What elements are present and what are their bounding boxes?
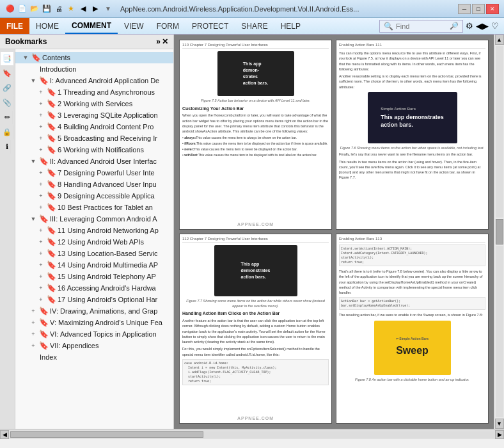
bookmark-icon-ch14: 🔖	[46, 260, 56, 270]
tree-item-ch14[interactable]: + 🔖 14 Using Android Multimedia AP	[15, 259, 173, 271]
right-scrollbar[interactable]: ▲ ▼	[494, 35, 504, 429]
tree-label-ch3: 3 Leveraging SQLite Application	[56, 111, 158, 119]
menu-share[interactable]: SHARE	[235, 19, 274, 33]
dropdown-icon[interactable]: ▼	[102, 5, 114, 12]
expand-contents-icon[interactable]: ▼	[20, 52, 31, 63]
menu-view[interactable]: VIEW	[118, 19, 150, 33]
close-sidebar-icon[interactable]: ✕	[162, 37, 168, 46]
horizontal-scrollbar[interactable]: ◀ ▶	[0, 429, 504, 439]
expand-s6-icon[interactable]: +	[28, 329, 38, 339]
expand-s5-icon[interactable]: +	[28, 317, 38, 328]
nav-next-icon[interactable]: ▶	[482, 21, 489, 31]
bookmark-icon-ch15: 🔖	[46, 271, 56, 282]
scroll-down-button[interactable]: ▼	[495, 419, 504, 429]
tree-item-ch13[interactable]: + 🔖 13 Using Location-Based Servic	[15, 248, 173, 259]
tree-item-section-6[interactable]: + 🔖 VI: Advanced Topics in Application	[15, 328, 173, 340]
menu-form[interactable]: FORM	[150, 19, 185, 33]
menu-bar: FILE HOME COMMENT VIEW FORM PROTECT SHAR…	[0, 18, 504, 35]
title-bar: 🔴 📄 📂 💾 🖨 ★ ◀ ▶ ▼ AppNee.com.Android.Wir…	[0, 0, 504, 18]
sidebar-tab-links[interactable]: 🔗	[1, 81, 14, 95]
window-controls[interactable]: ─ □ ✕	[458, 4, 499, 14]
tree-label-ch2: 2 Working with Services	[56, 100, 132, 108]
tree-item-ch1[interactable]: + 🔖 1 Threading and Asynchronous	[15, 86, 173, 98]
nav-prev-icon[interactable]: ◀	[476, 21, 482, 31]
sidebar-tab-attachments[interactable]: 📎	[1, 96, 14, 109]
tree-item-ch10[interactable]: + 🔖 10 Best Practices for Tablet an	[15, 202, 173, 213]
tree-item-ch2[interactable]: + 🔖 2 Working with Services	[15, 98, 173, 109]
expand-ch10: +	[36, 202, 46, 212]
bookmark-icon-s3: 🔖	[38, 214, 49, 224]
forward-icon[interactable]: ▶	[90, 4, 100, 14]
page-110: 110 Chapter 7 Designing Powerful User In…	[179, 40, 332, 230]
expand-s4-icon[interactable]: +	[28, 306, 38, 316]
search-input[interactable]	[396, 22, 447, 30]
tree-item-ch3[interactable]: + 🔖 3 Leveraging SQLite Application	[15, 109, 173, 121]
scroll-left-button[interactable]: ◀	[0, 430, 9, 439]
tree-item-index[interactable]: Index	[15, 351, 173, 363]
tree-item-section-4[interactable]: + 🔖 IV: Drawing, Animations, and Grap	[15, 305, 173, 317]
page-113-header: Enabling Action Bars 113	[339, 237, 485, 243]
favorite-icon[interactable]: ♡	[491, 21, 499, 31]
expand-s2-icon[interactable]: ▼	[28, 156, 38, 166]
tree-item-section-5[interactable]: + 🔖 V: Maximizing Android's Unique Fea	[15, 317, 173, 328]
open-icon: 📂	[29, 4, 40, 14]
bookmark-icon-ch1: 🔖	[46, 87, 56, 97]
bookmark-icon-s7: 🔖	[38, 340, 49, 351]
scroll-right-button[interactable]: ▶	[495, 430, 504, 439]
tree-label-ch17: 17 Using Android's Optional Har	[56, 296, 157, 303]
page-110-ifRoom: • ifRoom:This value causes the menu item…	[182, 141, 329, 146]
expand-icon[interactable]: »	[156, 37, 161, 46]
expand-s3-icon[interactable]: ▼	[28, 214, 38, 224]
page-112-code: case android.R.id.home: Intent i = new I…	[182, 359, 329, 385]
tree-item-ch12[interactable]: + 🔖 12 Using Android Web APIs	[15, 236, 173, 248]
tree-item-introduction[interactable]: Introduction	[15, 63, 173, 75]
back-icon[interactable]: ◀	[78, 4, 88, 14]
scroll-thumb[interactable]	[496, 219, 503, 244]
settings-icon[interactable]: ⚙	[466, 21, 473, 31]
tree-item-contents[interactable]: ▼ 🔖 Contents	[15, 52, 173, 63]
close-button[interactable]: ✕	[486, 4, 499, 14]
sidebar-tab-bookmarks[interactable]: 📑	[1, 52, 14, 65]
expand-ch4: +	[36, 122, 46, 132]
expand-intro-icon	[28, 64, 38, 74]
menu-file[interactable]: FILE	[0, 18, 29, 34]
page-110-header: 110 Chapter 7 Designing Powerful User In…	[182, 43, 329, 49]
sidebar-title: Bookmarks	[5, 37, 47, 46]
expand-s7-icon[interactable]: +	[28, 340, 38, 351]
menu-help[interactable]: HELP	[274, 19, 307, 33]
menu-comment[interactable]: COMMENT	[65, 19, 118, 34]
tree-item-ch9[interactable]: + 🔖 9 Designing Accessible Applica	[15, 190, 173, 202]
tree-item-ch17[interactable]: + 🔖 17 Using Android's Optional Har	[15, 294, 173, 305]
tree-item-section-7[interactable]: + 🔖 VII: Appendices	[15, 340, 173, 351]
sidebar-tab-security[interactable]: 🔒	[1, 125, 14, 139]
menu-home[interactable]: HOME	[29, 19, 65, 33]
tree-item-section-1[interactable]: ▼ 🔖 I: Advanced Android Application De	[15, 75, 173, 86]
tree-item-ch5[interactable]: + 🔖 5 Broadcasting and Receiving Ir	[15, 132, 173, 144]
bookmark-icon-ch8: 🔖	[46, 179, 56, 189]
tree-item-ch7[interactable]: + 🔖 7 Designing Powerful User Inte	[15, 167, 173, 179]
content-area[interactable]: 110 Chapter 7 Designing Powerful User In…	[174, 35, 494, 429]
scroll-up-button[interactable]: ▲	[495, 35, 504, 45]
tree-label-ch5: 5 Broadcasting and Receiving Ir	[56, 134, 157, 142]
sidebar-tab-comments[interactable]: ✏	[3, 111, 13, 124]
tree-item-ch6[interactable]: + 🔖 6 Working with Notifications	[15, 144, 173, 156]
bookmark-icon-ch9: 🔖	[46, 191, 56, 201]
expand-s1-icon[interactable]: ▼	[28, 76, 38, 86]
page-112-body2: For this, you would simply implement the…	[182, 346, 329, 357]
tree-item-ch8[interactable]: + 🔖 8 Handling Advanced User Inpu	[15, 179, 173, 190]
tree-item-ch11[interactable]: + 🔖 11 Using Android Networking Ap	[15, 225, 173, 236]
tree-item-ch4[interactable]: + 🔖 4 Building Android Content Pro	[15, 121, 173, 132]
sidebar-tab-pages[interactable]: 🔖	[1, 67, 14, 80]
h-scroll-thumb[interactable]	[10, 431, 203, 438]
tree-item-section-2[interactable]: ▼ 🔖 II: Advanced Android User Interfac	[15, 156, 173, 167]
new-icon: 📄	[17, 4, 28, 14]
tree-item-ch16[interactable]: + 🔖 16 Accessing Android's Hardwa	[15, 282, 173, 294]
maximize-button[interactable]: □	[472, 4, 485, 14]
tree-item-ch15[interactable]: + 🔖 15 Using Android Telephony AP	[15, 271, 173, 282]
minimize-button[interactable]: ─	[458, 4, 471, 14]
search-go-icon[interactable]: 🔎	[450, 22, 459, 30]
tree-item-section-3[interactable]: ▼ 🔖 III: Leveraging Common Android A	[15, 213, 173, 225]
sidebar-tab-info[interactable]: ℹ	[4, 140, 11, 154]
expand-ch17: +	[36, 294, 46, 305]
menu-protect[interactable]: PROTECT	[185, 19, 235, 33]
